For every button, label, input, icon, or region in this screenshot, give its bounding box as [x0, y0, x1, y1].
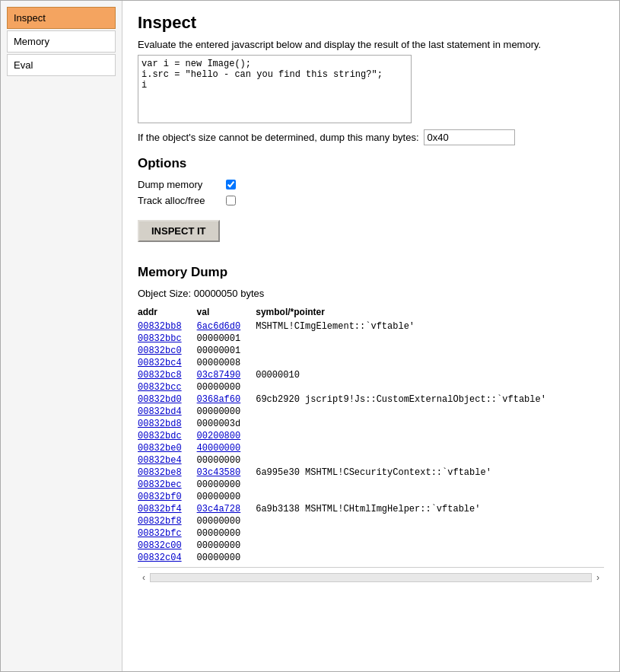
table-row: 00832c0400000000: [138, 552, 561, 564]
addr-link[interactable]: 00832be0: [138, 443, 182, 454]
symbol-cell: [256, 345, 561, 357]
sidebar-item-eval[interactable]: Eval: [7, 54, 116, 76]
addr-link[interactable]: 00832bf4: [138, 504, 182, 514]
addr-link[interactable]: 00832bf0: [138, 492, 182, 502]
sidebar-item-inspect[interactable]: Inspect: [7, 7, 116, 29]
memory-dump-section: Memory Dump Object Size: 00000050 bytes …: [138, 265, 604, 564]
val-cell: 00000000: [197, 527, 256, 540]
symbol-cell: 69cb2920 jscript9!Js::CustomExternalObje…: [256, 393, 561, 406]
symbol-cell: 6a9b3138 MSHTML!CHtmlImgHelper::`vftable…: [256, 503, 561, 515]
val-cell: 00000000: [197, 406, 256, 418]
addr-link[interactable]: 00832c04: [138, 553, 182, 563]
symbol-cell: [256, 527, 561, 540]
table-row: 00832bd80000003d: [138, 418, 561, 430]
addr-link[interactable]: 00832bc4: [138, 358, 182, 368]
addr-link[interactable]: 00832bc8: [138, 370, 182, 381]
addr-link[interactable]: 00832be8: [138, 467, 182, 478]
addr-link[interactable]: 00832bd0: [138, 394, 182, 405]
table-row: 00832be400000000: [138, 454, 561, 467]
val-cell: 0000003d: [197, 418, 256, 430]
addr-link[interactable]: 00832bd4: [138, 406, 182, 417]
option-dump-memory: Dump memory: [138, 179, 604, 190]
val-link[interactable]: 03c4a728: [197, 504, 241, 514]
table-row: 00832bf403c4a7286a9b3138 MSHTML!CHtmlImg…: [138, 503, 561, 515]
addr-link[interactable]: 00832c00: [138, 540, 182, 551]
table-row: 00832bd400000000: [138, 406, 561, 418]
val-cell: 00000008: [197, 357, 256, 369]
val-cell: 00000000: [197, 515, 256, 527]
sidebar-item-memory[interactable]: Memory: [7, 30, 116, 53]
val-cell: 00000000: [197, 381, 256, 393]
table-row: 00832bb86ac6d6d0MSHTML!CImgElement::`vft…: [138, 320, 561, 333]
horizontal-scrollbar[interactable]: ‹ ›: [138, 567, 604, 588]
val-cell: 00000000: [197, 540, 256, 552]
table-row: 00832be040000000: [138, 442, 561, 454]
scroll-right-arrow[interactable]: ›: [592, 571, 604, 584]
track-alloc-label: Track alloc/free: [138, 195, 221, 206]
addr-link[interactable]: 00832bb8: [138, 321, 182, 332]
symbol-cell: [256, 515, 561, 527]
addr-link[interactable]: 00832bbc: [138, 333, 182, 344]
symbol-cell: [256, 454, 561, 467]
val-link[interactable]: 0368af60: [197, 394, 241, 405]
val-cell: 00000000: [197, 454, 256, 467]
val-cell: 00000000: [197, 552, 256, 564]
symbol-cell: [256, 357, 561, 369]
table-row: 00832bbc00000001: [138, 333, 561, 345]
code-input[interactable]: [138, 55, 412, 123]
val-link[interactable]: 40000000: [197, 443, 241, 454]
symbol-cell: 00000010: [256, 369, 561, 381]
table-row: 00832be803c435806a995e30 MSHTML!CSecurit…: [138, 467, 561, 479]
dump-memory-checkbox[interactable]: [226, 180, 236, 189]
page-title: Inspect: [138, 13, 604, 33]
symbol-cell: [256, 552, 561, 564]
symbol-cell: [256, 381, 561, 393]
scroll-track[interactable]: [150, 573, 592, 582]
addr-link[interactable]: 00832bcc: [138, 382, 182, 393]
table-row: 00832c0000000000: [138, 540, 561, 552]
val-link[interactable]: 03c87490: [197, 370, 241, 381]
table-row: 00832bfc00000000: [138, 527, 561, 540]
table-row: 00832bc000000001: [138, 345, 561, 357]
options-title: Options: [138, 156, 604, 171]
symbol-cell: [256, 406, 561, 418]
table-row: 00832bdc00200800: [138, 430, 561, 442]
scroll-left-arrow[interactable]: ‹: [138, 571, 150, 584]
val-cell: 00000001: [197, 333, 256, 345]
addr-link[interactable]: 00832bdc: [138, 431, 182, 441]
addr-link[interactable]: 00832bec: [138, 479, 182, 490]
table-row: 00832bd00368af6069cb2920 jscript9!Js::Cu…: [138, 393, 561, 406]
table-row: 00832bc803c8749000000010: [138, 369, 561, 381]
options-section: Options Dump memory Track alloc/free: [138, 156, 604, 206]
inspect-button[interactable]: INSPECT IT: [138, 220, 220, 242]
table-row: 00832bec00000000: [138, 479, 561, 491]
val-cell: 00000000: [197, 491, 256, 503]
addr-link[interactable]: 00832bf8: [138, 516, 182, 527]
table-row: 00832bf000000000: [138, 491, 561, 503]
main-content: Inspect Evaluate the entered javascript …: [122, 1, 619, 671]
val-cell: 00000001: [197, 345, 256, 357]
symbol-cell: [256, 442, 561, 454]
col-header-addr: addr: [138, 307, 197, 320]
table-row: 00832bcc00000000: [138, 381, 561, 393]
val-link[interactable]: 00200800: [197, 431, 241, 441]
dump-memory-label: Dump memory: [138, 179, 221, 190]
memory-table: addr val symbol/*pointer 00832bb86ac6d6d…: [138, 307, 561, 564]
addr-link[interactable]: 00832bd8: [138, 419, 182, 429]
symbol-cell: MSHTML!CImgElement::`vftable': [256, 320, 561, 333]
val-link[interactable]: 03c43580: [197, 467, 241, 478]
symbol-cell: [256, 430, 561, 442]
symbol-cell: [256, 540, 561, 552]
addr-link[interactable]: 00832bfc: [138, 528, 182, 539]
val-link[interactable]: 6ac6d6d0: [197, 321, 241, 332]
addr-link[interactable]: 00832bc0: [138, 346, 182, 356]
object-size-text: Object Size: 00000050 bytes: [138, 288, 604, 299]
val-cell: 00000000: [197, 479, 256, 491]
symbol-cell: [256, 479, 561, 491]
dump-bytes-input[interactable]: [424, 129, 515, 145]
track-alloc-checkbox[interactable]: [226, 196, 236, 205]
col-header-val: val: [197, 307, 256, 320]
sidebar: Inspect Memory Eval: [1, 1, 122, 671]
addr-link[interactable]: 00832be4: [138, 455, 182, 466]
option-track-alloc: Track alloc/free: [138, 195, 604, 206]
